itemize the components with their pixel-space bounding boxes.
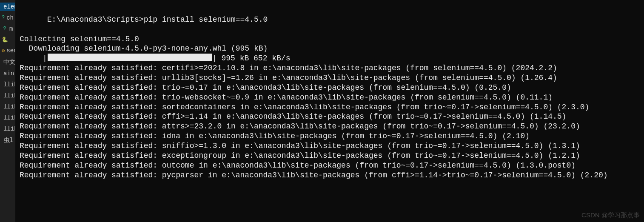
sidebar-item-8[interactable]: llib xyxy=(0,91,15,100)
sidebar-item-label: elen xyxy=(3,3,15,10)
sidebar-item-10[interactable]: llib xyxy=(0,114,15,122)
sidebar-item-label: ch xyxy=(6,14,14,21)
progress-bar-left-cap: | xyxy=(43,54,47,63)
output-line-collecting: Collecting selenium==4.5.0 xyxy=(20,34,641,44)
command-text: pip install selenium==4.5.0 xyxy=(144,15,268,24)
terminal-output[interactable]: E:\Anaconda3\Scripts>pip install seleniu… xyxy=(15,0,644,222)
sidebar-item-2[interactable]: ?m xyxy=(0,25,15,33)
sidebar: elen?ch?m🐍⚙ser-中文ainllibllibllibllibllib… xyxy=(0,0,15,222)
sidebar-item-3[interactable]: 🐍 xyxy=(0,36,15,44)
sidebar-item-label: llib xyxy=(3,114,15,121)
progress-bar xyxy=(47,54,212,63)
sidebar-item-label: m xyxy=(9,26,13,32)
output-line-downloading: Downloading selenium-4.5.0-py3-none-any.… xyxy=(20,44,641,54)
output-line-2: Requirement already satisfied: trio~=0.1… xyxy=(20,83,641,93)
output-line-7: Requirement already satisfied: idna in e… xyxy=(20,131,641,141)
prompt-path: E:\Anaconda3\Scripts> xyxy=(47,15,144,24)
output-line-10: Requirement already satisfied: outcome i… xyxy=(20,161,641,171)
sidebar-item-6[interactable]: ain xyxy=(0,69,15,78)
question-icon: ? xyxy=(2,26,8,32)
watermark: CSDN @学习那点事 xyxy=(581,211,640,219)
sidebar-item-12[interactable]: 虫l xyxy=(0,136,15,145)
output-line-progress: || 995 kB 652 kB/s xyxy=(20,54,641,63)
output-line-3: Requirement already satisfied: trio-webs… xyxy=(20,93,641,102)
gear-icon: ⚙ xyxy=(2,48,5,54)
sidebar-item-4[interactable]: ⚙ser- xyxy=(0,46,15,55)
output-line-6: Requirement already satisfied: attrs>=23… xyxy=(20,122,641,131)
sidebar-item-label: llib xyxy=(3,81,15,88)
sidebar-item-label: ser- xyxy=(6,47,15,54)
sidebar-item-11[interactable]: llib xyxy=(0,125,15,133)
sidebar-item-label: 中文 xyxy=(3,58,15,66)
output-line-4: Requirement already satisfied: sortedcon… xyxy=(20,102,641,112)
sidebar-item-label: llib xyxy=(3,92,15,99)
sidebar-item-label: ain xyxy=(3,70,14,77)
output-line-8: Requirement already satisfied: sniffio>=… xyxy=(20,141,641,151)
progress-status: 995 kB 652 kB/s xyxy=(217,54,291,63)
sidebar-item-1[interactable]: ?ch xyxy=(0,14,15,22)
output-line-5: Requirement already satisfied: cffi>=1.1… xyxy=(20,112,641,122)
sidebar-item-7[interactable]: llib xyxy=(0,80,15,89)
sidebar-item-9[interactable]: llib xyxy=(0,102,15,111)
python-icon: 🐍 xyxy=(2,37,8,43)
progress-indent xyxy=(20,54,43,63)
question-icon: ? xyxy=(2,15,5,21)
output-line-11: Requirement already satisfied: pycparser… xyxy=(20,171,641,180)
output-line-0: Requirement already satisfied: certifi>=… xyxy=(20,63,641,73)
sidebar-item-5[interactable]: 中文 xyxy=(0,57,15,67)
output-line-9: Requirement already satisfied: exception… xyxy=(20,151,641,161)
sidebar-item-label: 虫l xyxy=(4,137,13,144)
output-line-1: Requirement already satisfied: urllib3[s… xyxy=(20,73,641,83)
progress-bar-right-cap: | xyxy=(212,54,217,63)
sidebar-item-0[interactable]: elen xyxy=(0,3,15,11)
sidebar-item-label: llib xyxy=(3,125,15,132)
sidebar-item-label: llib xyxy=(3,103,15,110)
